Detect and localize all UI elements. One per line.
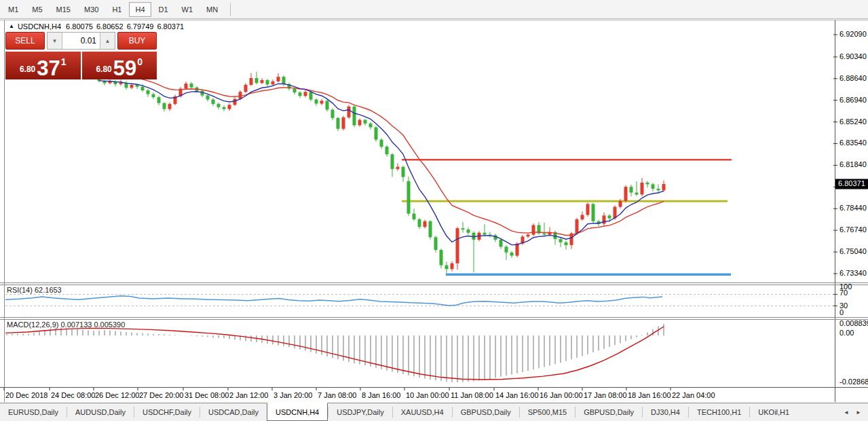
axis-label: 6.73340 <box>839 269 867 277</box>
candle <box>288 83 291 91</box>
candle <box>467 227 470 235</box>
candle <box>331 108 335 120</box>
axis-label: 6.76740 <box>839 225 867 234</box>
collapse-triangle-icon[interactable]: ▲ <box>9 24 14 29</box>
tab-GBPUSD-Daily[interactable]: GBPUSD,Daily <box>453 403 519 421</box>
candle <box>168 103 172 111</box>
candle <box>244 84 248 94</box>
volume-field[interactable]: 0.01 <box>62 33 100 49</box>
axis-label: 26 Dec 12:00 <box>95 391 139 399</box>
candle <box>505 245 508 260</box>
rsi-line <box>5 296 662 306</box>
candle <box>326 100 329 112</box>
candle <box>407 177 411 216</box>
ma-fast-line <box>99 81 664 245</box>
candle <box>396 163 400 170</box>
rsi-label: RSI(14) 62.1653 <box>7 286 62 294</box>
candle <box>456 227 459 270</box>
tab-DJ30-H4[interactable]: DJ30,H4 <box>643 403 688 421</box>
axis-label: 0.00 <box>839 329 854 337</box>
axis-label: -0.028683 <box>839 378 868 386</box>
candle <box>423 219 427 228</box>
time-axis[interactable] <box>4 388 671 390</box>
tab-USDCNH-H4[interactable]: USDCNH,H4 <box>267 403 328 421</box>
axis-label: 6.85240 <box>839 117 867 126</box>
ohlc-low: 6.79749 <box>127 22 154 31</box>
axis-label: 31 Dec 08:00 <box>185 391 229 399</box>
tab-TECH100-H1[interactable]: TECH100,H1 <box>689 403 749 421</box>
candle <box>163 102 166 111</box>
candle <box>543 223 546 236</box>
candle <box>266 79 269 87</box>
tab-USDCHF-Daily[interactable]: USDCHF,Daily <box>134 403 200 421</box>
price-axis[interactable]: 6.920906.903406.886406.869406.852406.835… <box>5 30 868 399</box>
macd-name: MACD(12,26,9) <box>7 321 58 329</box>
candle <box>375 126 378 142</box>
tabs-scroll-left-button[interactable]: ◄ <box>841 407 852 418</box>
candle <box>402 166 405 182</box>
candle <box>603 213 606 225</box>
chart-title: ▲ USDCNH,H4 6.80075 6.80652 6.79749 6.80… <box>9 22 184 31</box>
horizontal-lines[interactable] <box>402 160 732 274</box>
candle <box>662 181 666 192</box>
sell-price-prefix: 6.80 <box>20 65 35 74</box>
triangle-down-icon: ▼ <box>52 38 58 44</box>
axis-label: 17 Jan 08:00 <box>584 391 627 399</box>
sell-button[interactable]: SELL <box>5 32 45 50</box>
candle <box>277 73 280 83</box>
buy-button[interactable]: BUY <box>117 32 157 50</box>
candle <box>418 218 421 230</box>
axis-label: 0.008839 <box>839 319 868 327</box>
candle <box>510 251 514 258</box>
axis-label: 0 <box>839 308 844 316</box>
candle <box>358 118 362 126</box>
ohlc-high: 6.80652 <box>96 22 124 31</box>
candle <box>190 82 193 90</box>
candle <box>646 181 649 187</box>
tab-USDJPY-Daily[interactable]: USDJPY,Daily <box>328 403 392 421</box>
candle <box>635 181 639 196</box>
volume-decrease-button[interactable]: ▼ <box>48 33 62 49</box>
candle <box>369 122 373 130</box>
axis-label: 16 Jan 00:00 <box>540 391 583 399</box>
tab-XAUUSD-H4[interactable]: XAUUSD,H4 <box>393 403 452 421</box>
tab-GBPUSD-Daily[interactable]: GBPUSD,Daily <box>575 403 642 421</box>
axis-label: 27 Dec 20:00 <box>139 391 183 399</box>
rsi-value: 62.1653 <box>35 286 62 294</box>
tab-USDCAD-Daily[interactable]: USDCAD,Daily <box>200 403 267 421</box>
candle <box>353 105 356 127</box>
axis-label: 11 Jan 08:00 <box>451 391 493 399</box>
tabs-scroll-right-button[interactable]: ► <box>853 407 864 418</box>
axis-label: 6.78440 <box>839 204 867 212</box>
tab-SP500-M15[interactable]: SP500,M15 <box>520 403 575 421</box>
axis-label: 6.88640 <box>839 74 867 82</box>
axis-label: 6.80371 <box>838 179 865 187</box>
tab-UKOil-H1[interactable]: UKOil,H1 <box>750 403 797 421</box>
candle <box>304 90 307 97</box>
trading-app-window: M1M5M15M30H1H4D1W1MN 6.920906.903406.886… <box>0 0 868 421</box>
candle <box>527 233 530 238</box>
tab-AUDUSD-Daily[interactable]: AUDUSD,Daily <box>67 403 134 421</box>
one-click-trade-panel: SELL ▼ 0.01 ▲ BUY 6.80 37 1 6.80 59 0 <box>5 32 157 79</box>
axis-label: 10 Jan 00:00 <box>406 391 449 399</box>
candle <box>391 153 394 177</box>
candle <box>494 234 497 242</box>
tab-EURUSD-Daily[interactable]: EURUSD,Daily <box>0 403 67 421</box>
candle <box>461 222 465 233</box>
candle <box>641 178 644 196</box>
axis-label: 14 Jan 16:00 <box>495 391 539 399</box>
candle <box>429 220 432 240</box>
candle <box>299 91 302 98</box>
sell-quote[interactable]: 6.80 37 1 <box>5 52 81 79</box>
buy-price-sup: 0 <box>137 56 143 67</box>
volume-increase-button[interactable]: ▲ <box>100 33 115 49</box>
candle <box>223 105 226 111</box>
candle <box>174 94 177 105</box>
symbol-tabbar: EURUSD,DailyAUDUSD,DailyUSDCHF,DailyUSDC… <box>0 403 868 421</box>
axis-label: 8 Jan 16:00 <box>362 391 401 399</box>
tab-scroll-buttons: ◄ ► <box>839 403 868 421</box>
candle <box>489 232 492 237</box>
buy-quote[interactable]: 6.80 59 0 <box>82 52 157 79</box>
candle <box>157 96 161 105</box>
symbol-tabs: EURUSD,DailyAUDUSD,DailyUSDCHF,DailyUSDC… <box>0 403 797 421</box>
